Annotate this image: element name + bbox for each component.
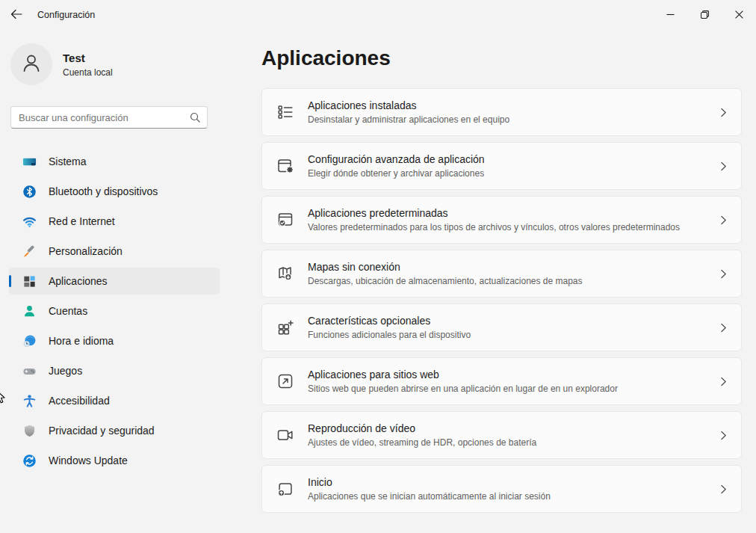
settings-card-installed-apps[interactable]: Aplicaciones instaladas Desinstalar y ad… <box>261 88 742 136</box>
optional-features-icon <box>276 318 295 337</box>
gaming-icon <box>22 364 37 378</box>
network-icon <box>22 215 37 229</box>
minimize-icon <box>666 10 675 21</box>
main-content: Aplicaciones Aplicaciones instaladas Des… <box>261 30 744 519</box>
window-title: Configuración <box>37 10 95 20</box>
card-title: Características opcionales <box>308 315 471 328</box>
sidebar-item-label: Cuentas <box>49 305 87 317</box>
sidebar-item-gaming[interactable]: Juegos <box>9 357 220 384</box>
default-apps-icon <box>276 210 295 229</box>
sidebar-item-bluetooth[interactable]: Bluetooth y dispositivos <box>9 178 220 205</box>
offline-maps-icon <box>276 264 295 283</box>
sidebar-item-accessibility[interactable]: Accesibilidad <box>9 387 220 414</box>
card-title: Reproducción de vídeo <box>308 422 536 436</box>
card-subtitle: Valores predeterminados para los tipos d… <box>308 222 680 232</box>
personalization-icon <box>22 244 37 259</box>
sidebar-item-label: Red e Internet <box>49 215 115 227</box>
bluetooth-icon <box>22 185 37 199</box>
sidebar-item-network[interactable]: Red e Internet <box>9 208 220 235</box>
sidebar-item-label: Juegos <box>49 365 82 377</box>
sidebar-item-windows-update[interactable]: Windows Update <box>9 447 220 474</box>
maximize-restore-button[interactable] <box>687 0 722 30</box>
settings-card-default-apps[interactable]: Aplicaciones predeterminadas Valores pre… <box>261 196 742 244</box>
accessibility-icon <box>22 394 37 408</box>
page-title: Aplicaciones <box>261 46 744 70</box>
card-title: Aplicaciones predeterminadas <box>308 207 680 221</box>
user-name: Test <box>63 52 113 65</box>
chevron-right-icon <box>719 268 728 280</box>
user-block[interactable]: Test Cuenta local <box>10 43 248 85</box>
accounts-icon <box>22 304 37 318</box>
sidebar-item-personalization[interactable]: Personalización <box>9 238 220 265</box>
card-subtitle: Ajustes de vídeo, streaming de HDR, opci… <box>308 437 536 448</box>
sidebar: Test Cuenta local Sistema Bluetooth y di… <box>0 30 248 533</box>
apps-for-websites-icon <box>276 372 295 391</box>
sidebar-item-time-language[interactable]: Hora e idioma <box>9 327 220 354</box>
sidebar-item-privacy[interactable]: Privacidad y seguridad <box>9 417 220 444</box>
card-subtitle: Elegir dónde obtener y archivar aplicaci… <box>308 168 485 179</box>
chevron-right-icon <box>719 107 728 118</box>
close-icon <box>735 10 743 21</box>
settings-card-advanced-app-settings[interactable]: Configuración avanzada de aplicación Ele… <box>261 142 742 190</box>
person-icon <box>20 52 43 77</box>
system-icon <box>22 155 37 169</box>
search-box <box>10 106 208 129</box>
user-account-type: Cuenta local <box>63 67 113 78</box>
chevron-right-icon <box>719 215 728 226</box>
sidebar-item-accounts[interactable]: Cuentas <box>9 298 220 324</box>
card-title: Aplicaciones para sitios web <box>308 369 618 382</box>
apps-icon <box>22 274 37 289</box>
sidebar-item-label: Privacidad y seguridad <box>49 425 155 437</box>
card-subtitle: Funciones adicionales para el dispositiv… <box>308 330 471 340</box>
card-subtitle: Descargas, ubicación de almacenamiento, … <box>308 276 583 286</box>
chevron-right-icon <box>719 376 728 387</box>
chevron-right-icon <box>719 484 728 495</box>
installed-apps-icon <box>276 102 295 122</box>
back-arrow-icon <box>10 8 22 22</box>
card-title: Mapas sin conexión <box>308 261 583 274</box>
sidebar-item-system[interactable]: Sistema <box>9 148 220 175</box>
close-button[interactable] <box>722 0 756 30</box>
windows-update-icon <box>22 454 37 468</box>
startup-icon <box>276 479 295 499</box>
video-playback-icon <box>276 425 295 445</box>
chevron-right-icon <box>719 322 728 333</box>
sidebar-item-label: Accesibilidad <box>49 395 110 407</box>
card-title: Inicio <box>308 476 551 490</box>
sidebar-item-label: Bluetooth y dispositivos <box>49 185 158 197</box>
sidebar-item-label: Windows Update <box>49 455 128 466</box>
restore-icon <box>701 10 709 21</box>
privacy-icon <box>22 424 37 438</box>
card-title: Configuración avanzada de aplicación <box>308 153 485 167</box>
card-subtitle: Aplicaciones que se inician automáticame… <box>308 491 551 502</box>
minimize-button[interactable] <box>653 0 687 30</box>
card-subtitle: Sitios web que pueden abrirse en una apl… <box>308 383 618 394</box>
sidebar-item-label: Aplicaciones <box>49 275 108 287</box>
settings-card-video-playback[interactable]: Reproducción de vídeo Ajustes de vídeo, … <box>261 411 742 459</box>
card-subtitle: Desinstalar y administrar aplicaciones e… <box>308 114 509 125</box>
time-language-icon <box>22 334 37 348</box>
settings-card-apps-for-websites[interactable]: Aplicaciones para sitios web Sitios web … <box>261 357 742 405</box>
sidebar-item-label: Hora e idioma <box>49 335 114 347</box>
card-title: Aplicaciones instaladas <box>308 99 509 113</box>
avatar <box>10 43 52 85</box>
chevron-right-icon <box>719 430 728 441</box>
sidebar-item-apps[interactable]: Aplicaciones <box>9 268 220 295</box>
sidebar-item-label: Personalización <box>49 245 123 257</box>
advanced-app-settings-icon <box>276 156 295 176</box>
settings-card-list: Aplicaciones instaladas Desinstalar y ad… <box>261 88 742 513</box>
search-input[interactable] <box>10 106 208 129</box>
chevron-right-icon <box>719 161 728 172</box>
settings-card-offline-maps[interactable]: Mapas sin conexión Descargas, ubicación … <box>261 250 742 298</box>
sidebar-item-label: Sistema <box>49 155 87 167</box>
sidebar-nav: Sistema Bluetooth y dispositivos Red e I… <box>9 148 220 474</box>
back-button[interactable] <box>4 4 29 26</box>
window-controls <box>653 0 756 30</box>
selected-accent-bar <box>9 275 11 287</box>
settings-card-optional-features[interactable]: Características opcionales Funciones adi… <box>261 304 742 351</box>
settings-card-startup[interactable]: Inicio Aplicaciones que se inician autom… <box>261 465 742 513</box>
titlebar: Configuración <box>0 0 756 30</box>
